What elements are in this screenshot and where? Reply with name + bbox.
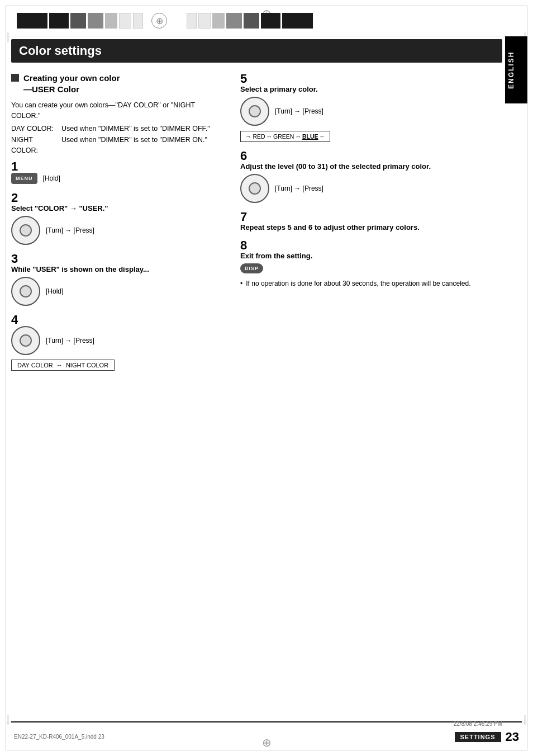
step-5-content: [Turn] → [Press] (240, 97, 502, 126)
step-2-action: [Turn] → [Press] (46, 226, 94, 234)
step-3: 3 While "USER" is shown on the display..… (11, 253, 223, 306)
strip-block-white4 (198, 13, 211, 29)
left-column: Creating your own color —USER Color You … (11, 73, 223, 379)
step-6-action: [Turn] → [Press] (275, 185, 323, 192)
knob-step3 (11, 277, 40, 306)
strip-block-dark-gray (70, 13, 86, 29)
intro-text: You can create your own colors—"DAY COLO… (11, 100, 223, 156)
strip-block-mid-gray2 (226, 13, 242, 29)
step-1: 1 MENU [Hold] (11, 160, 223, 184)
step-5-display: → RED ↔ GREEN ↔ BLUE ← (240, 131, 330, 142)
step-5-number: 5 (240, 73, 502, 85)
strip-block-light-gray2 (212, 13, 225, 29)
menu-button: MENU (11, 173, 37, 184)
top-strip: ⊕ (6, 6, 527, 36)
strip-block-mid-gray (88, 13, 103, 29)
step-6: 6 Adjust the level (00 to 31) of the sel… (240, 150, 502, 203)
step-3-label: While "USER" is shown on the display... (11, 265, 223, 273)
knob-step5 (240, 97, 269, 126)
bottom-right-area: SETTINGS 23 (455, 730, 520, 744)
section-heading: Creating your own color —USER Color (11, 73, 223, 94)
bullet-item: • If no operation is done for about 30 s… (240, 279, 502, 289)
step-1-number: 1 (11, 160, 223, 173)
step-7-label: Repeat steps 5 and 6 to adjust other pri… (240, 223, 502, 231)
two-column-layout: Creating your own color —USER Color You … (11, 73, 502, 379)
night-color-label: NIGHT COLOR: (11, 135, 61, 156)
step-2-number: 2 (11, 192, 223, 204)
step-4-display: DAY COLOR ↔ NIGHT COLOR (11, 360, 115, 371)
disp-button: DISP (240, 263, 263, 273)
step-2-content: [Turn] → [Press] (11, 216, 223, 245)
strip-block-black4 (282, 13, 313, 29)
section-icon (11, 74, 19, 82)
step-8: 8 Exit from the setting. DISP • If no op… (240, 239, 502, 289)
step-2-label: Select "COLOR" → "USER." (11, 204, 223, 212)
step-8-label: Exit from the setting. (240, 252, 502, 260)
night-color-desc: Used when "DIMMER" is set to "DIMMER ON.… (61, 135, 223, 156)
strip-left (17, 13, 143, 29)
step-4-action: [Turn] → [Press] (46, 337, 94, 344)
step-1-content: MENU [Hold] (11, 173, 223, 184)
bottom-right-text: 22/8/08 2:46:29 PM (11, 721, 502, 727)
page-number: 23 (506, 730, 519, 744)
knob-step6 (240, 174, 269, 203)
main-content: Color settings Creating your own color —… (11, 39, 502, 720)
bottom-left-text: EN22-27_KD-R406_001A_5.indd 23 (14, 734, 104, 740)
day-color-desc: Used when "DIMMER" is set to "DIMMER OFF… (61, 124, 223, 134)
strip-block-black1 (17, 13, 47, 29)
step-5-label: Select a primary color. (240, 85, 502, 93)
step-1-action: [Hold] (43, 174, 60, 182)
strip-block-white3 (187, 13, 197, 29)
strip-block-light-gray (105, 13, 117, 29)
step-6-label: Adjust the level (00 to 31) of the selec… (240, 162, 502, 171)
step-8-number: 8 (240, 239, 502, 252)
step-2: 2 Select "COLOR" → "USER." [Turn] → [Pre… (11, 192, 223, 245)
knob-step4 (11, 326, 40, 355)
settings-badge: SETTINGS (455, 732, 501, 742)
english-sidebar-label: ENGLISH (505, 36, 527, 103)
step-6-number: 6 (240, 150, 502, 162)
step-5: 5 Select a primary color. [Turn] → [Pres… (240, 73, 502, 142)
right-column: 5 Select a primary color. [Turn] → [Pres… (240, 73, 502, 379)
knob-step2 (11, 216, 40, 245)
step-4-number: 4 (11, 314, 223, 326)
strip-block-dark-gray2 (244, 13, 259, 29)
strip-block-black2 (49, 13, 69, 29)
day-color-label: DAY COLOR: (11, 124, 61, 134)
strip-block-white (119, 13, 131, 29)
strip-block-black3 (261, 13, 280, 29)
step-7: 7 Repeat steps 5 and 6 to adjust other p… (240, 211, 502, 231)
crosshair-circle-top: ⊕ (151, 13, 167, 29)
step-4-content: [Turn] → [Press] (11, 326, 223, 355)
strip-right (187, 13, 313, 29)
strip-block-white2 (133, 13, 143, 29)
section-heading-text: Creating your own color —USER Color (23, 73, 120, 94)
page-title: Color settings (11, 39, 502, 63)
step-5-action: [Turn] → [Press] (275, 107, 323, 115)
step-3-number: 3 (11, 253, 223, 265)
step-3-action: [Hold] (46, 287, 63, 295)
step-6-content: [Turn] → [Press] (240, 174, 502, 203)
step-7-number: 7 (240, 211, 502, 223)
step-3-content: [Hold] (11, 277, 223, 306)
step-4: 4 [Turn] → [Press] DAY COLOR ↔ NIGHT COL… (11, 314, 223, 371)
